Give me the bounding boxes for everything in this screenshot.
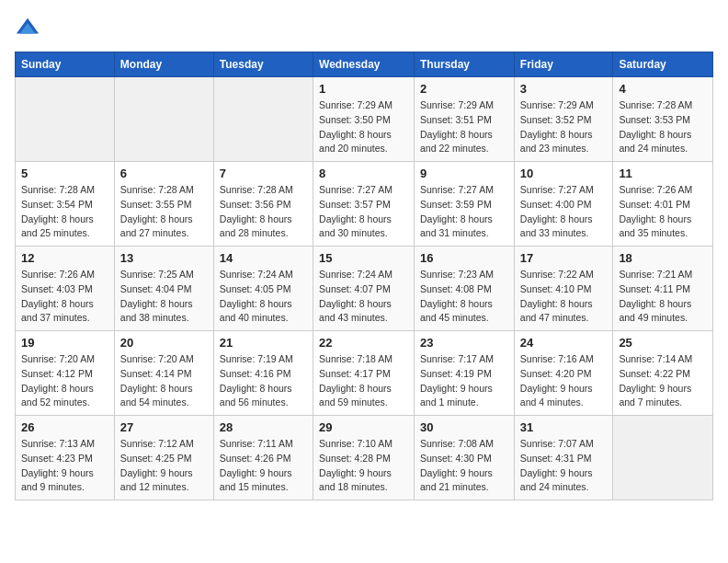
day-info: Sunrise: 7:26 AM Sunset: 4:01 PM Dayligh…	[619, 183, 707, 241]
day-info: Sunrise: 7:24 AM Sunset: 4:05 PM Dayligh…	[220, 268, 307, 326]
day-cell: 12Sunrise: 7:26 AM Sunset: 4:03 PM Dayli…	[16, 247, 115, 331]
day-info: Sunrise: 7:28 AM Sunset: 3:53 PM Dayligh…	[619, 98, 707, 156]
day-info: Sunrise: 7:29 AM Sunset: 3:52 PM Dayligh…	[520, 98, 608, 156]
day-info: Sunrise: 7:22 AM Sunset: 4:10 PM Dayligh…	[520, 268, 608, 326]
day-cell: 30Sunrise: 7:08 AM Sunset: 4:30 PM Dayli…	[415, 416, 515, 500]
day-info: Sunrise: 7:28 AM Sunset: 3:54 PM Dayligh…	[21, 183, 108, 241]
day-cell: 1Sunrise: 7:29 AM Sunset: 3:50 PM Daylig…	[313, 77, 415, 162]
day-cell: 6Sunrise: 7:28 AM Sunset: 3:55 PM Daylig…	[114, 162, 213, 247]
day-number: 31	[520, 420, 608, 434]
day-number: 15	[319, 251, 408, 265]
day-number: 6	[120, 167, 208, 180]
day-info: Sunrise: 7:27 AM Sunset: 3:57 PM Dayligh…	[319, 183, 408, 241]
week-row: 1Sunrise: 7:29 AM Sunset: 3:50 PM Daylig…	[16, 77, 713, 162]
day-info: Sunrise: 7:28 AM Sunset: 3:56 PM Dayligh…	[220, 183, 307, 241]
day-info: Sunrise: 7:14 AM Sunset: 4:22 PM Dayligh…	[619, 352, 707, 410]
day-info: Sunrise: 7:20 AM Sunset: 4:12 PM Dayligh…	[21, 352, 108, 410]
day-cell: 21Sunrise: 7:19 AM Sunset: 4:16 PM Dayli…	[213, 331, 313, 416]
day-info: Sunrise: 7:21 AM Sunset: 4:11 PM Dayligh…	[619, 268, 707, 326]
day-number: 28	[220, 420, 307, 434]
page-header	[15, 15, 713, 40]
day-cell: 4Sunrise: 7:28 AM Sunset: 3:53 PM Daylig…	[613, 77, 713, 162]
day-info: Sunrise: 7:10 AM Sunset: 4:28 PM Dayligh…	[319, 437, 408, 495]
day-cell: 11Sunrise: 7:26 AM Sunset: 4:01 PM Dayli…	[613, 162, 713, 247]
calendar-body: 1Sunrise: 7:29 AM Sunset: 3:50 PM Daylig…	[16, 77, 713, 500]
day-number: 22	[319, 336, 408, 350]
day-info: Sunrise: 7:11 AM Sunset: 4:26 PM Dayligh…	[220, 437, 307, 495]
header-cell-saturday: Saturday	[613, 52, 713, 77]
week-row: 19Sunrise: 7:20 AM Sunset: 4:12 PM Dayli…	[16, 331, 713, 416]
day-cell	[613, 416, 713, 500]
day-cell: 16Sunrise: 7:23 AM Sunset: 4:08 PM Dayli…	[415, 247, 515, 331]
day-info: Sunrise: 7:29 AM Sunset: 3:51 PM Dayligh…	[420, 98, 508, 156]
day-info: Sunrise: 7:27 AM Sunset: 3:59 PM Dayligh…	[420, 183, 508, 241]
day-info: Sunrise: 7:08 AM Sunset: 4:30 PM Dayligh…	[420, 437, 508, 495]
day-info: Sunrise: 7:17 AM Sunset: 4:19 PM Dayligh…	[420, 352, 508, 410]
day-number: 4	[619, 82, 707, 96]
week-row: 26Sunrise: 7:13 AM Sunset: 4:23 PM Dayli…	[16, 416, 713, 500]
day-info: Sunrise: 7:26 AM Sunset: 4:03 PM Dayligh…	[21, 268, 108, 326]
day-number: 27	[120, 420, 208, 434]
day-number: 13	[120, 251, 208, 265]
day-cell: 31Sunrise: 7:07 AM Sunset: 4:31 PM Dayli…	[514, 416, 613, 500]
day-number: 11	[619, 167, 707, 180]
day-cell: 9Sunrise: 7:27 AM Sunset: 3:59 PM Daylig…	[415, 162, 515, 247]
day-info: Sunrise: 7:27 AM Sunset: 4:00 PM Dayligh…	[520, 183, 608, 241]
day-number: 20	[120, 336, 208, 350]
day-number: 18	[619, 251, 707, 265]
day-number: 26	[21, 420, 108, 434]
header-cell-tuesday: Tuesday	[213, 52, 313, 77]
day-number: 29	[319, 420, 408, 434]
logo	[15, 15, 44, 40]
day-number: 25	[619, 336, 707, 350]
day-cell: 7Sunrise: 7:28 AM Sunset: 3:56 PM Daylig…	[213, 162, 313, 247]
day-cell: 5Sunrise: 7:28 AM Sunset: 3:54 PM Daylig…	[16, 162, 115, 247]
day-cell: 20Sunrise: 7:20 AM Sunset: 4:14 PM Dayli…	[114, 331, 213, 416]
day-number: 14	[220, 251, 307, 265]
day-info: Sunrise: 7:23 AM Sunset: 4:08 PM Dayligh…	[420, 268, 508, 326]
header-cell-sunday: Sunday	[16, 52, 115, 77]
day-cell	[114, 77, 213, 162]
logo-icon	[15, 15, 40, 40]
day-number: 9	[420, 167, 508, 180]
day-number: 10	[520, 167, 608, 180]
day-cell: 27Sunrise: 7:12 AM Sunset: 4:25 PM Dayli…	[114, 416, 213, 500]
header-row: SundayMondayTuesdayWednesdayThursdayFrid…	[16, 52, 713, 77]
day-info: Sunrise: 7:13 AM Sunset: 4:23 PM Dayligh…	[21, 437, 108, 495]
week-row: 12Sunrise: 7:26 AM Sunset: 4:03 PM Dayli…	[16, 247, 713, 331]
day-number: 16	[420, 251, 508, 265]
day-cell: 14Sunrise: 7:24 AM Sunset: 4:05 PM Dayli…	[213, 247, 313, 331]
day-info: Sunrise: 7:12 AM Sunset: 4:25 PM Dayligh…	[120, 437, 208, 495]
day-info: Sunrise: 7:29 AM Sunset: 3:50 PM Dayligh…	[319, 98, 408, 156]
header-cell-friday: Friday	[514, 52, 613, 77]
day-cell: 8Sunrise: 7:27 AM Sunset: 3:57 PM Daylig…	[313, 162, 415, 247]
day-info: Sunrise: 7:16 AM Sunset: 4:20 PM Dayligh…	[520, 352, 608, 410]
day-number: 24	[520, 336, 608, 350]
header-cell-thursday: Thursday	[415, 52, 515, 77]
day-number: 8	[319, 167, 408, 180]
header-cell-wednesday: Wednesday	[313, 52, 415, 77]
day-cell: 10Sunrise: 7:27 AM Sunset: 4:00 PM Dayli…	[514, 162, 613, 247]
day-cell: 17Sunrise: 7:22 AM Sunset: 4:10 PM Dayli…	[514, 247, 613, 331]
day-number: 3	[520, 82, 608, 96]
day-number: 30	[420, 420, 508, 434]
day-info: Sunrise: 7:28 AM Sunset: 3:55 PM Dayligh…	[120, 183, 208, 241]
day-number: 17	[520, 251, 608, 265]
day-cell: 15Sunrise: 7:24 AM Sunset: 4:07 PM Dayli…	[313, 247, 415, 331]
day-cell: 19Sunrise: 7:20 AM Sunset: 4:12 PM Dayli…	[16, 331, 115, 416]
day-cell: 28Sunrise: 7:11 AM Sunset: 4:26 PM Dayli…	[213, 416, 313, 500]
day-info: Sunrise: 7:19 AM Sunset: 4:16 PM Dayligh…	[220, 352, 307, 410]
day-cell: 25Sunrise: 7:14 AM Sunset: 4:22 PM Dayli…	[613, 331, 713, 416]
day-cell	[213, 77, 313, 162]
day-number: 21	[220, 336, 307, 350]
day-info: Sunrise: 7:24 AM Sunset: 4:07 PM Dayligh…	[319, 268, 408, 326]
day-cell: 23Sunrise: 7:17 AM Sunset: 4:19 PM Dayli…	[415, 331, 515, 416]
calendar-table: SundayMondayTuesdayWednesdayThursdayFrid…	[15, 52, 713, 500]
day-cell: 2Sunrise: 7:29 AM Sunset: 3:51 PM Daylig…	[415, 77, 515, 162]
day-number: 5	[21, 167, 108, 180]
day-cell: 13Sunrise: 7:25 AM Sunset: 4:04 PM Dayli…	[114, 247, 213, 331]
day-cell: 22Sunrise: 7:18 AM Sunset: 4:17 PM Dayli…	[313, 331, 415, 416]
day-info: Sunrise: 7:18 AM Sunset: 4:17 PM Dayligh…	[319, 352, 408, 410]
header-cell-monday: Monday	[114, 52, 213, 77]
week-row: 5Sunrise: 7:28 AM Sunset: 3:54 PM Daylig…	[16, 162, 713, 247]
